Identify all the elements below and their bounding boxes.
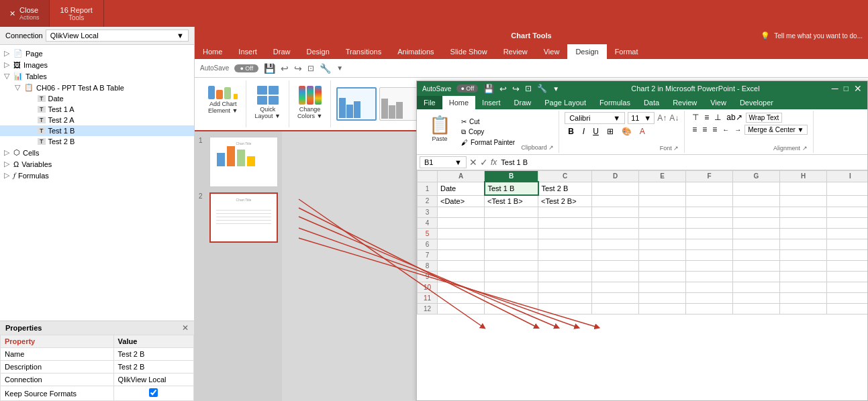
undo-icon[interactable]: ↩	[281, 63, 289, 74]
border-button[interactable]: ⊞	[604, 126, 616, 137]
excel-min-icon[interactable]: ─	[832, 83, 838, 94]
excel-expand-icon[interactable]: ▼	[552, 85, 559, 93]
excel-customize-icon[interactable]: 🔧	[537, 84, 547, 93]
excel-tab-formulas[interactable]: Formulas	[593, 96, 637, 109]
tree-item-formulas[interactable]: ▷ 𝑓 Formulas	[0, 170, 194, 181]
slide-1-thumb[interactable]: Chart Title	[209, 137, 278, 187]
merge-center-button[interactable]: Merge & Center ▼	[744, 125, 807, 135]
save-icon[interactable]: 💾	[264, 63, 275, 74]
clipboard-launcher[interactable]: Clipboard ↗	[520, 144, 554, 152]
format-painter-button[interactable]: 🖌 Format Painter	[459, 138, 518, 147]
tree-item-page[interactable]: ▷ 📄 Page	[0, 48, 194, 59]
col-header-b[interactable]: B	[485, 171, 538, 182]
cell-e1[interactable]	[639, 182, 686, 195]
cell-g1[interactable]	[733, 182, 780, 195]
align-center-icon[interactable]: ≡	[700, 124, 709, 135]
cut-button[interactable]: ✂ Cut	[459, 117, 518, 126]
redo-icon[interactable]: ↪	[294, 63, 302, 74]
cell-b2[interactable]: <Test 1 B>	[485, 195, 538, 207]
col-header-a[interactable]: A	[438, 171, 485, 182]
align-bottom-icon[interactable]: ⊥	[712, 112, 723, 123]
align-left-icon[interactable]: ≡	[690, 124, 699, 135]
align-right-icon[interactable]: ≡	[710, 124, 719, 135]
cell-i1[interactable]	[827, 182, 868, 195]
expand-icon[interactable]: ▼	[336, 64, 343, 72]
tree-item-test1a[interactable]: T Test 1 A	[0, 104, 194, 115]
col-header-d[interactable]: D	[592, 171, 639, 182]
excel-tab-data[interactable]: Data	[637, 96, 666, 109]
cell-a1[interactable]: Date	[438, 182, 485, 195]
font-decrease-icon[interactable]: A↓	[669, 113, 679, 123]
align-middle-icon[interactable]: ≡	[702, 112, 711, 123]
orientation-icon[interactable]: ab↗	[724, 112, 744, 123]
quick-layout-button[interactable]: QuickLayout ▼	[252, 83, 283, 125]
excel-tab-file[interactable]: File	[417, 96, 442, 109]
tab-slideshow[interactable]: Slide Show	[442, 44, 495, 59]
cell-ref-box[interactable]: B1 ▼	[420, 156, 467, 168]
excel-save-icon[interactable]: 💾	[483, 84, 494, 94]
formula-confirm-icon[interactable]: ✓	[480, 157, 488, 168]
excel-tab-view[interactable]: View	[704, 96, 733, 109]
tab-design[interactable]: Design	[299, 44, 338, 59]
tree-item-ch06[interactable]: ▽ 📋 CH06 - PPT Test A B Table	[0, 82, 194, 93]
wrap-text-button[interactable]: Wrap Text	[746, 113, 783, 123]
tree-item-test1b[interactable]: T Test 1 B	[0, 125, 194, 136]
cell-a2[interactable]: <Date>	[438, 195, 485, 207]
font-increase-icon[interactable]: A↑	[657, 113, 667, 123]
tree-item-cells[interactable]: ▷ ⬡ Cells	[0, 147, 194, 158]
keep-source-formats-checkbox[interactable]	[149, 388, 158, 397]
tab-insert[interactable]: Insert	[230, 44, 265, 59]
connection-dropdown[interactable]: QlikView Local ▼	[46, 30, 189, 42]
formula-input[interactable]	[499, 157, 865, 168]
cell-c1[interactable]: Test 2 B	[538, 182, 592, 195]
customize-icon[interactable]: 🔧	[320, 63, 331, 74]
formula-cancel-icon[interactable]: ✕	[469, 157, 477, 168]
col-header-e[interactable]: E	[639, 171, 686, 182]
font-name-dropdown[interactable]: Calibri ▼	[565, 112, 625, 124]
tree-item-variables[interactable]: ▷ Ω Variables	[0, 158, 194, 170]
col-header-h[interactable]: H	[780, 171, 827, 182]
tab-format[interactable]: Format	[607, 44, 646, 59]
excel-redo-icon[interactable]: ↪	[512, 84, 520, 94]
excel-max-icon[interactable]: □	[844, 84, 849, 93]
copy-button[interactable]: ⧉ Copy	[459, 127, 518, 137]
cell-h1[interactable]	[780, 182, 827, 195]
tree-item-test2b[interactable]: T Test 2 B	[0, 136, 194, 147]
add-chart-element-button[interactable]: Add ChartElement ▼	[205, 83, 240, 125]
excel-tab-draw[interactable]: Draw	[508, 96, 538, 109]
tab-transitions[interactable]: Transitions	[338, 44, 389, 59]
tab-draw[interactable]: Draw	[265, 44, 299, 59]
excel-tab-developer[interactable]: Developer	[733, 96, 780, 109]
paste-button[interactable]: 📋 Paste	[424, 112, 456, 152]
fill-color-button[interactable]: 🎨	[619, 126, 634, 137]
indent-increase-icon[interactable]: →	[732, 125, 743, 134]
tree-item-tables[interactable]: ▽ 📊 Tables	[0, 70, 194, 82]
tree-item-test2a[interactable]: T Test 2 A	[0, 115, 194, 125]
excel-tab-pagelayout[interactable]: Page Layout	[538, 96, 593, 109]
cell-d1[interactable]	[592, 182, 639, 195]
col-header-c[interactable]: C	[538, 171, 592, 182]
italic-button[interactable]: I	[580, 126, 587, 137]
tab-review[interactable]: Review	[495, 44, 536, 59]
col-header-f[interactable]: F	[686, 171, 733, 182]
col-header-i[interactable]: I	[827, 171, 868, 182]
close-button[interactable]: ✕ Close Actions	[0, 0, 50, 27]
properties-close-button[interactable]: ✕	[182, 323, 189, 333]
tab-animations[interactable]: Animations	[389, 44, 442, 59]
more-icon[interactable]: ⊡	[307, 64, 314, 73]
excel-close-icon[interactable]: ✕	[854, 83, 862, 94]
autosave-toggle[interactable]: ● Off	[456, 84, 478, 93]
underline-button[interactable]: U	[590, 126, 601, 137]
font-size-dropdown[interactable]: 11 ▼	[628, 112, 655, 124]
tell-me-text[interactable]: Tell me what you want to do...	[774, 32, 863, 40]
font-launcher[interactable]: Font ↗	[660, 145, 679, 152]
bold-button[interactable]: B	[565, 125, 577, 137]
slide-2-thumb[interactable]: Chart Title	[209, 192, 278, 243]
cell-f1[interactable]	[686, 182, 733, 195]
excel-more-icon[interactable]: ⊡	[525, 84, 532, 93]
tab-design-active[interactable]: Design	[567, 44, 606, 59]
tree-item-images[interactable]: ▷ 🖼 Images	[0, 59, 194, 70]
cell-c2[interactable]: <Test 2 B>	[538, 195, 592, 207]
align-top-icon[interactable]: ⊤	[690, 112, 701, 123]
chart-style-2[interactable]	[379, 87, 420, 121]
